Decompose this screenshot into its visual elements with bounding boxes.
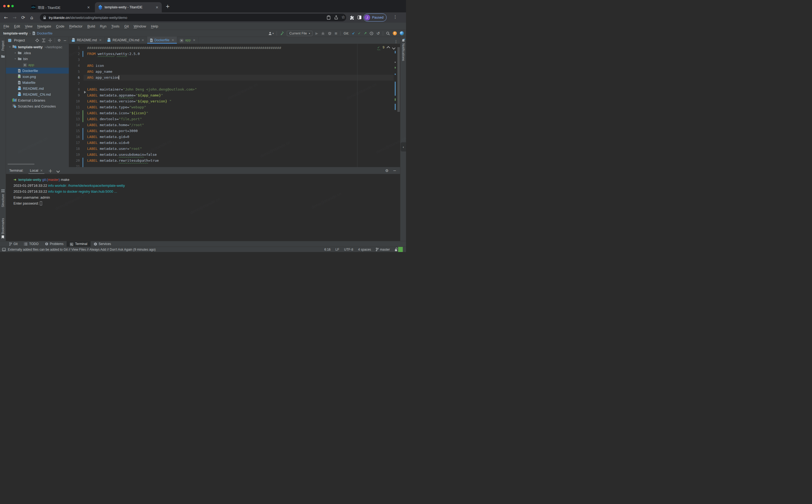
run-coverage-icon[interactable] <box>328 32 332 35</box>
stripe-mark[interactable] <box>395 62 396 63</box>
menu-run[interactable]: Run <box>98 24 109 28</box>
tree-item-icon-png[interactable]: icon.png <box>6 74 69 80</box>
tree-item-app[interactable]: >app <box>6 62 69 68</box>
tool-window-button-terminal[interactable]: >_Terminal <box>67 241 90 247</box>
code-content[interactable]: ########################################… <box>87 45 281 167</box>
editor-tab-app[interactable]: >app✕ <box>177 37 198 44</box>
tree-item-template-wetty[interactable]: ›template-wetty~/workspac <box>6 44 69 50</box>
scrollbar-thumb[interactable] <box>397 47 400 112</box>
folder-strip-icon[interactable] <box>1 55 5 58</box>
breadcrumb-file[interactable]: Dockerfile <box>37 31 53 35</box>
share-icon[interactable] <box>334 15 338 20</box>
mac-minimize-button[interactable] <box>7 5 10 7</box>
git-push-icon[interactable]: ↗ <box>364 31 367 35</box>
tab-close-icon[interactable]: ✕ <box>87 5 90 9</box>
tree-chevron-icon[interactable]: › <box>13 57 17 60</box>
rollback-icon[interactable]: ↺ <box>376 31 380 36</box>
editor-body[interactable]: 123456789101112131415161718192021 ######… <box>69 44 400 167</box>
editor-tab-readme-md[interactable]: MDREADME.md✕ <box>69 37 105 44</box>
run-config-selector[interactable]: Current File ▾ <box>287 31 312 36</box>
bookmark-strip-icon[interactable] <box>1 235 4 239</box>
tool-tab-structure[interactable]: Structure <box>1 194 5 207</box>
clipboard-icon[interactable] <box>327 15 331 20</box>
history-clock-icon[interactable] <box>370 32 373 35</box>
menu-file[interactable]: File <box>1 24 12 28</box>
tree-item-bin[interactable]: ›bin <box>6 56 69 62</box>
tree-item-scratches-and-consoles[interactable]: >Scratches and Consoles <box>6 103 69 109</box>
unlock-icon[interactable] <box>395 248 398 251</box>
browser-tab-template-wetty[interactable]: template-wetty - TitanIDE ✕ <box>95 2 162 12</box>
search-everywhere-icon[interactable] <box>386 32 390 35</box>
new-terminal-session-icon[interactable]: ＋ <box>46 167 55 174</box>
home-icon[interactable]: ⌂ <box>27 15 36 20</box>
side-panel-icon[interactable] <box>357 15 362 19</box>
line-ending[interactable]: LF <box>335 248 339 251</box>
tab-close-icon[interactable]: ✕ <box>99 38 102 42</box>
profile-paused-button[interactable]: J Paused <box>363 13 387 22</box>
new-tab-button[interactable]: + <box>166 4 170 9</box>
event-log-icon[interactable] <box>2 248 6 251</box>
editor-tab-readme-cn-md[interactable]: MDREADME_CN.md✕ <box>105 37 147 44</box>
menu-build[interactable]: Build <box>85 24 98 28</box>
menu-code[interactable]: Code <box>54 24 67 28</box>
browser-tab-project[interactable]: <t> 项目 - TitanIDE ✕ <box>29 3 93 12</box>
terminal-dropdown-chevron-icon[interactable] <box>57 170 60 171</box>
tab-close-icon[interactable]: ✕ <box>156 5 159 9</box>
inspections-widget[interactable]: ✓ 9 <box>377 46 395 49</box>
expand-all-icon[interactable] <box>42 39 46 42</box>
menu-help[interactable]: Help <box>149 24 161 28</box>
tree-item-idea[interactable]: ›.idea <box>6 50 69 56</box>
terminal-tab-close-icon[interactable]: ✕ <box>40 169 43 172</box>
mac-zoom-button[interactable] <box>11 5 14 7</box>
menu-git[interactable]: Git <box>122 24 131 28</box>
forward-icon[interactable]: → <box>10 15 19 20</box>
project-panel-title[interactable]: Project <box>14 38 25 42</box>
caret-position[interactable]: 6:16 <box>324 248 331 251</box>
collapse-all-icon[interactable] <box>48 39 52 42</box>
address-bar[interactable]: try.titanide.cn/ide/web/coding/template-… <box>40 14 346 21</box>
tree-item-readme-cn-md[interactable]: MDREADME_CN.md <box>6 91 69 97</box>
gear-icon[interactable]: ⚙ <box>58 38 61 42</box>
ide-brand-icon[interactable] <box>400 31 404 35</box>
tool-tab-bookmarks[interactable]: Bookmarks <box>1 218 5 234</box>
tree-chevron-icon[interactable]: › <box>8 46 12 49</box>
tree-item-makefile[interactable]: Makefile <box>6 80 69 85</box>
tool-window-button-git[interactable]: Git <box>6 241 21 247</box>
tool-tab-project[interactable]: Project <box>1 41 5 51</box>
debug-bug-icon[interactable] <box>321 32 325 35</box>
file-encoding[interactable]: UTF-8 <box>344 248 353 251</box>
terminal-output[interactable]: ➜ template-wetty git:(master) make2023-0… <box>6 174 400 206</box>
stop-icon[interactable]: ■ <box>335 32 337 35</box>
menu-refactor[interactable]: Refactor <box>67 24 85 28</box>
git-branch-widget[interactable]: master <box>376 248 390 251</box>
tab-close-icon[interactable]: ✕ <box>193 38 195 42</box>
menu-view[interactable]: View <box>22 24 35 28</box>
error-stripe[interactable] <box>394 44 400 167</box>
stripe-mark[interactable] <box>395 67 396 68</box>
tool-tab-notifications[interactable]: Notifications <box>401 43 405 61</box>
menu-edit[interactable]: Edit <box>12 24 22 28</box>
hide-panel-minus-icon[interactable]: − <box>63 38 67 43</box>
stripe-mark[interactable] <box>395 104 396 110</box>
terminal-minimize-icon[interactable]: − <box>393 168 396 173</box>
tool-window-button-todo[interactable]: TODO <box>21 241 42 247</box>
breadcrumb-project[interactable]: template-wetty <box>3 31 28 35</box>
menu-window[interactable]: Window <box>131 24 149 28</box>
back-icon[interactable]: ← <box>2 15 10 20</box>
git-update-icon[interactable]: ↙ <box>352 31 355 35</box>
reload-icon[interactable]: ⟳ <box>19 15 27 20</box>
locate-file-icon[interactable] <box>35 39 39 42</box>
tree-item-readme-md[interactable]: MDREADME.md <box>6 85 69 91</box>
horizontal-scrollbar[interactable] <box>8 164 35 165</box>
build-hammer-icon[interactable] <box>280 31 284 35</box>
editor-tab-options-icon[interactable]: ⋮ <box>392 39 400 44</box>
terminal-settings-gear-icon[interactable]: ⚙ <box>385 168 389 173</box>
extensions-puzzle-icon[interactable] <box>350 15 354 20</box>
menu-tools[interactable]: Tools <box>109 24 122 28</box>
git-commit-check-icon[interactable]: ✓ <box>358 31 361 35</box>
stripe-mark[interactable] <box>395 51 396 53</box>
stripe-mark[interactable] <box>395 82 396 96</box>
tab-close-icon[interactable]: ✕ <box>142 38 144 42</box>
user-profile-icon[interactable]: ▾ <box>268 32 274 35</box>
notifications-bell-icon[interactable] <box>401 39 405 42</box>
